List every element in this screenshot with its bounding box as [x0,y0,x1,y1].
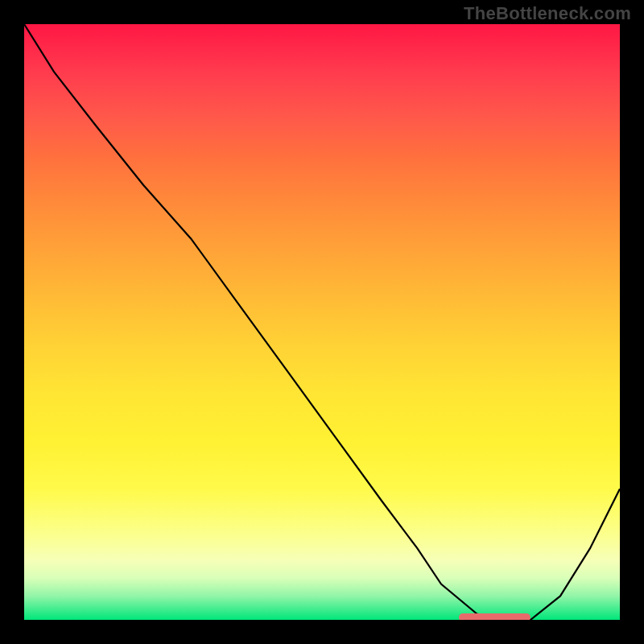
bottleneck-curve-line [24,24,620,620]
curve-path [24,24,620,620]
watermark-text: TheBottleneck.com [464,3,631,24]
chart-plot-area [24,24,620,620]
optimal-range-marker [459,613,530,620]
